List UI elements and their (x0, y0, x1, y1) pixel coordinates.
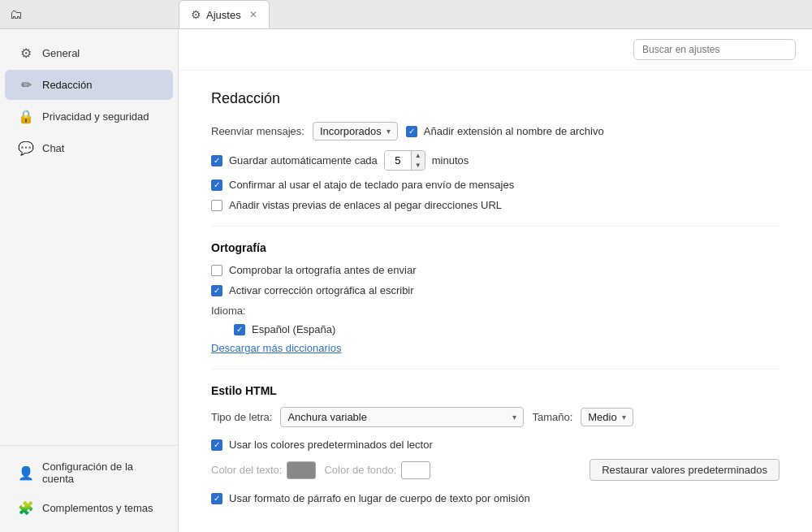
vistas-previas-checkbox[interactable] (211, 200, 222, 211)
tipo-fuente-row: Tipo de letra: Anchura variable ▾ Tamaño… (211, 407, 780, 427)
content-header (179, 29, 812, 71)
sidebar-label-privacidad: Privacidad y seguridad (42, 110, 149, 123)
confirmar-atajo-row: Confirmar al usar el atajo de teclado pa… (211, 179, 780, 191)
sidebar-label-chat: Chat (42, 142, 64, 154)
sidebar-item-chat[interactable]: 💬 Chat (5, 133, 173, 163)
tipo-fuente-select[interactable]: Anchura variable ▾ (280, 407, 524, 427)
user-icon: 👤 (18, 465, 34, 481)
autosave-suffix: minutos (432, 154, 469, 167)
confirmar-atajo-label: Confirmar al usar el atajo de teclado pa… (229, 179, 514, 191)
color-texto-swatch[interactable] (287, 461, 316, 479)
sidebar-item-cuenta[interactable]: 👤 Configuración de la cuenta (5, 453, 173, 492)
activar-correccion-checkbox[interactable] (211, 285, 222, 296)
pencil-icon: ✏ (18, 77, 34, 93)
title-bar: 🗂 ⚙ Ajustes ✕ (0, 0, 812, 29)
chat-icon: 💬 (18, 141, 34, 156)
add-extension-label: Añadir extensión al nombre de archivo (424, 125, 604, 137)
usar-formato-row: Usar formato de párrafo en lugar de cuer… (211, 492, 780, 504)
usar-colores-label: Usar los colores predeterminados del lec… (229, 439, 433, 451)
reenviar-arrow-icon: ▾ (387, 127, 391, 136)
sidebar: ⚙ General ✏ Redacción 🔒 Privacidad y seg… (0, 29, 179, 532)
tab-close-icon[interactable]: ✕ (249, 9, 257, 20)
idioma-espanol-checkbox[interactable] (234, 324, 245, 335)
comprobar-row: Comprobar la ortografía antes de enviar (211, 264, 780, 276)
lock-icon: 🔒 (18, 109, 34, 124)
sidebar-label-redaccion: Redacción (42, 79, 92, 91)
tabs-area: ⚙ Ajustes ✕ (179, 0, 812, 28)
color-fondo-swatch[interactable] (401, 461, 430, 479)
sidebar-label-complementos: Complementos y temas (42, 502, 153, 514)
main-layout: ⚙ General ✏ Redacción 🔒 Privacidad y seg… (0, 29, 812, 532)
reenviar-label: Reenviar mensajes: (211, 125, 304, 137)
vistas-previas-label: Añadir vistas previas de enlaces al pega… (229, 199, 502, 211)
content-body: Redacción Reenviar mensajes: Incorporado… (179, 71, 812, 532)
divider-1 (211, 226, 780, 227)
comprobar-label: Comprobar la ortografía antes de enviar (229, 264, 417, 276)
autosave-row: Guardar automáticamente cada ▲ ▼ minutos (211, 150, 780, 171)
content-area: Redacción Reenviar mensajes: Incorporado… (179, 29, 812, 532)
color-texto-label: Color del texto: (211, 464, 282, 476)
sidebar-bottom: 👤 Configuración de la cuenta 🧩 Complemen… (0, 445, 178, 524)
color-fondo-label: Color de fondo: (324, 464, 396, 476)
spin-buttons: ▲ ▼ (411, 151, 425, 170)
estilo-html-title: Estilo HTML (211, 384, 780, 397)
tipo-fuente-arrow-icon: ▾ (512, 413, 516, 422)
puzzle-icon: 🧩 (18, 500, 34, 516)
tab-label: Ajustes (206, 9, 241, 21)
usar-formato-checkbox[interactable] (211, 493, 222, 504)
usar-colores-checkbox[interactable] (211, 439, 222, 451)
search-input[interactable] (633, 39, 796, 60)
sidebar-label-general: General (42, 47, 80, 59)
title-bar-left: 🗂 (0, 7, 179, 22)
activar-correccion-label: Activar corrección ortográfica al escrib… (229, 284, 414, 296)
sidebar-label-cuenta: Configuración de la cuenta (42, 461, 160, 485)
usar-colores-row: Usar los colores predeterminados del lec… (211, 439, 780, 451)
vistas-previas-row: Añadir vistas previas de enlaces al pega… (211, 199, 780, 211)
sidebar-item-privacidad[interactable]: 🔒 Privacidad y seguridad (5, 102, 173, 132)
settings-tab[interactable]: ⚙ Ajustes ✕ (179, 0, 270, 28)
tamanio-label: Tamaño: (532, 411, 572, 423)
reenviar-row: Reenviar mensajes: Incorporados ▾ Añadir… (211, 122, 780, 141)
restore-defaults-button[interactable]: Restaurar valores predeterminados (590, 459, 780, 481)
divider-2 (211, 369, 780, 370)
idioma-espanol-label: Español (España) (252, 323, 335, 335)
autosave-prefix: Guardar automáticamente cada (229, 154, 378, 167)
restore-btn-wrap: Restaurar valores predeterminados (590, 459, 780, 481)
tamanio-arrow-icon: ▾ (622, 413, 626, 422)
idioma-label: Idioma: (211, 305, 780, 317)
confirmar-atajo-checkbox[interactable] (211, 179, 222, 191)
autosave-number-input[interactable] (385, 151, 411, 170)
activar-correccion-row: Activar corrección ortográfica al escrib… (211, 284, 780, 296)
add-extension-checkbox[interactable] (406, 126, 417, 137)
color-row: Color del texto: Color de fondo: Restaur… (211, 459, 780, 481)
sidebar-item-redaccion[interactable]: ✏ Redacción (5, 70, 173, 100)
tamanio-select[interactable]: Medio ▾ (581, 408, 633, 426)
window-icon: 🗂 (10, 7, 23, 22)
tipo-fuente-option: Anchura variable (287, 411, 367, 423)
idioma-section: Español (España) (211, 323, 780, 335)
tab-gear-icon: ⚙ (191, 8, 201, 21)
download-link-wrap: Descargar más diccionarios (211, 342, 780, 354)
tipo-fuente-label: Tipo de letra: (211, 411, 272, 423)
autosave-input-wrap: ▲ ▼ (384, 150, 425, 171)
ortografia-title: Ortografía (211, 241, 780, 254)
color-texto-item: Color del texto: (211, 461, 316, 479)
tamanio-option: Medio (588, 411, 616, 423)
usar-formato-label: Usar formato de párrafo en lugar de cuer… (229, 492, 530, 504)
section-title: Redacción (211, 90, 780, 107)
spin-up-button[interactable]: ▲ (412, 151, 425, 161)
idioma-espanol-row: Español (España) (211, 323, 780, 335)
download-dictionaries-link[interactable]: Descargar más diccionarios (211, 342, 341, 354)
color-fondo-item: Color de fondo: (324, 461, 430, 479)
add-extension-row: Añadir extensión al nombre de archivo (406, 125, 604, 137)
reenviar-select[interactable]: Incorporados ▾ (313, 122, 398, 141)
sidebar-item-complementos[interactable]: 🧩 Complementos y temas (5, 493, 173, 523)
autosave-checkbox[interactable] (211, 155, 222, 167)
comprobar-checkbox[interactable] (211, 265, 222, 276)
spin-down-button[interactable]: ▼ (412, 161, 425, 171)
gear-icon: ⚙ (18, 45, 34, 61)
sidebar-item-general[interactable]: ⚙ General (5, 38, 173, 68)
reenviar-option: Incorporados (320, 125, 382, 137)
